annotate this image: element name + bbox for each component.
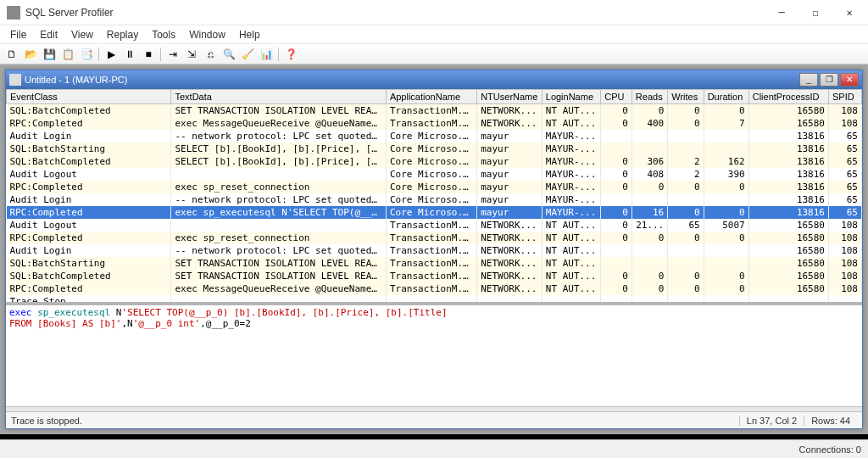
cell-ntusername: NETWORK... (477, 257, 542, 270)
toolbar-stats-button[interactable]: 📊 (258, 46, 275, 63)
titlebar: SQL Server Profiler ─ ☐ ✕ (0, 0, 868, 25)
close-button[interactable]: ✕ (832, 1, 866, 25)
cell-applicationname: Core Microso... (386, 181, 476, 193)
col-clientprocessid[interactable]: ClientProcessID (748, 90, 828, 104)
cell-clientprocessid (748, 295, 828, 303)
toolbar-toend-button[interactable]: ⇲ (183, 46, 200, 63)
cell-cpu: 0 (601, 117, 632, 130)
toolbar-open-button[interactable]: 📂 (22, 46, 39, 63)
col-duration[interactable]: Duration (704, 90, 748, 104)
cell-textdata: exec sp_reset_connection (171, 181, 386, 193)
menu-window[interactable]: Window (182, 27, 232, 42)
cell-ntusername: NETWORK... (477, 232, 542, 244)
cell-reads (632, 130, 667, 142)
table-row[interactable]: Audit Login-- network protocol: LPC set … (7, 193, 862, 206)
cell-writes: 0 (668, 181, 704, 193)
cell-eventclass: Trace Stop (7, 295, 171, 303)
cell-loginname: NT AUT... (542, 104, 601, 118)
cell-eventclass: SQL:BatchStarting (7, 142, 171, 155)
toolbar-save-button[interactable]: 💾 (41, 46, 58, 63)
col-reads[interactable]: Reads (632, 90, 667, 104)
table-row[interactable]: SQL:BatchCompletedSET TRANSACTION ISOLAT… (7, 104, 862, 118)
col-cpu[interactable]: CPU (601, 90, 632, 104)
cell-cpu: 0 (601, 206, 632, 219)
table-row[interactable]: RPC:Completedexec sp_reset_connectionTra… (7, 232, 862, 244)
cell-spid: 65 (829, 181, 862, 193)
cell-ntusername: mayur (477, 168, 542, 181)
toolbar-break-button[interactable]: ⎌ (202, 46, 219, 63)
cell-applicationname: TransactionM... (386, 117, 476, 130)
cell-clientprocessid: 13816 (748, 193, 828, 206)
cell-duration: 390 (704, 168, 748, 181)
cell-duration (704, 130, 748, 142)
cell-loginname: NT AUT... (542, 257, 601, 270)
table-row[interactable]: RPC:Completedexec MessageQueueReceive @Q… (7, 117, 862, 130)
toolbar-stop-button[interactable]: ■ (140, 46, 157, 63)
cell-duration: 0 (704, 282, 748, 295)
table-row[interactable]: SQL:BatchCompletedSET TRANSACTION ISOLAT… (7, 270, 862, 282)
table-row[interactable]: Audit LogoutCore Microso...mayurMAYUR-..… (7, 168, 862, 181)
table-row[interactable]: RPC:Completedexec sp_executesql N'SELECT… (7, 206, 862, 219)
menu-replay[interactable]: Replay (100, 27, 145, 42)
col-applicationname[interactable]: ApplicationName (386, 90, 476, 104)
minimize-button[interactable]: ─ (765, 1, 798, 25)
child-maximize-button[interactable]: ❐ (820, 73, 838, 87)
detail-pane[interactable]: exec sp_executesql N'SELECT TOP(@__p_0) … (6, 303, 862, 406)
table-row[interactable]: Audit LogoutTransactionM...NETWORK...NT … (7, 219, 862, 232)
table-row[interactable]: Audit Login-- network protocol: LPC set … (7, 130, 862, 142)
child-close-button[interactable]: ✕ (840, 73, 859, 87)
cell-loginname: MAYUR-... (542, 155, 601, 168)
cell-reads: 16 (632, 206, 667, 219)
child-titlebar[interactable]: Untitled - 1 (MAYUR-PC) _ ❐ ✕ (6, 70, 862, 89)
menu-file[interactable]: File (3, 27, 33, 42)
cell-writes: 2 (668, 168, 704, 181)
maximize-button[interactable]: ☐ (798, 1, 832, 25)
col-writes[interactable]: Writes (668, 90, 704, 104)
cell-textdata: exec sp_reset_connection (171, 232, 386, 244)
col-spid[interactable]: SPID (829, 90, 862, 104)
trace-grid[interactable]: EventClassTextDataApplicationNameNTUserN… (6, 89, 862, 303)
child-minimize-button[interactable]: _ (799, 73, 818, 87)
toolbar-pause-button[interactable]: ⏸ (121, 46, 138, 63)
menu-tools[interactable]: Tools (145, 27, 182, 42)
menu-help[interactable]: Help (232, 27, 267, 42)
cell-cpu: 0 (601, 155, 632, 168)
toolbar-clear-button[interactable]: 🧹 (239, 46, 256, 63)
cell-applicationname: Core Microso... (386, 168, 476, 181)
toolbar-template-button[interactable]: 📋 (59, 46, 76, 63)
table-row[interactable]: RPC:Completedexec MessageQueueReceive @Q… (7, 282, 862, 295)
table-row[interactable]: SQL:BatchStartingSELECT [b].[BookId], [b… (7, 142, 862, 155)
cell-textdata (171, 295, 386, 303)
toolbar-run-button[interactable]: ▶ (103, 46, 120, 63)
trace-grid-wrap[interactable]: EventClassTextDataApplicationNameNTUserN… (6, 89, 862, 303)
menu-view[interactable]: View (64, 27, 100, 42)
cell-applicationname: TransactionM... (386, 282, 476, 295)
table-row[interactable]: Trace Stop (7, 295, 862, 303)
cell-writes: 0 (668, 206, 704, 219)
toolbar-help-button[interactable]: ❓ (282, 46, 299, 63)
cell-spid: 108 (829, 282, 862, 295)
cell-spid: 108 (829, 270, 862, 282)
table-row[interactable]: SQL:BatchStartingSET TRANSACTION ISOLATI… (7, 257, 862, 270)
cell-eventclass: SQL:BatchCompleted (7, 104, 171, 118)
col-loginname[interactable]: LoginName (542, 90, 601, 104)
cell-cpu: 0 (601, 219, 632, 232)
toolbar-step-button[interactable]: ⇥ (164, 46, 181, 63)
mdi-area: Untitled - 1 (MAYUR-PC) _ ❐ ✕ EventClass… (0, 64, 868, 434)
toolbar-new-button[interactable]: 🗋 (3, 46, 20, 63)
toolbar-find-button[interactable]: 🔍 (220, 46, 237, 63)
toolbar-props-button[interactable]: 📑 (78, 46, 95, 63)
table-row[interactable]: Audit Login-- network protocol: LPC set … (7, 244, 862, 257)
menu-edit[interactable]: Edit (33, 27, 64, 42)
table-row[interactable]: RPC:Completedexec sp_reset_connectionCor… (7, 181, 862, 193)
col-ntusername[interactable]: NTUserName (477, 90, 542, 104)
toolbar-separator (98, 47, 99, 61)
cell-reads: 0 (632, 104, 667, 118)
col-textdata[interactable]: TextData (171, 90, 386, 104)
cell-writes: 0 (668, 104, 704, 118)
cell-reads: 0 (632, 282, 667, 295)
cell-duration (704, 142, 748, 155)
table-row[interactable]: SQL:BatchCompletedSELECT [b].[BookId], [… (7, 155, 862, 168)
cell-clientprocessid: 13816 (748, 181, 828, 193)
col-eventclass[interactable]: EventClass (7, 90, 171, 104)
